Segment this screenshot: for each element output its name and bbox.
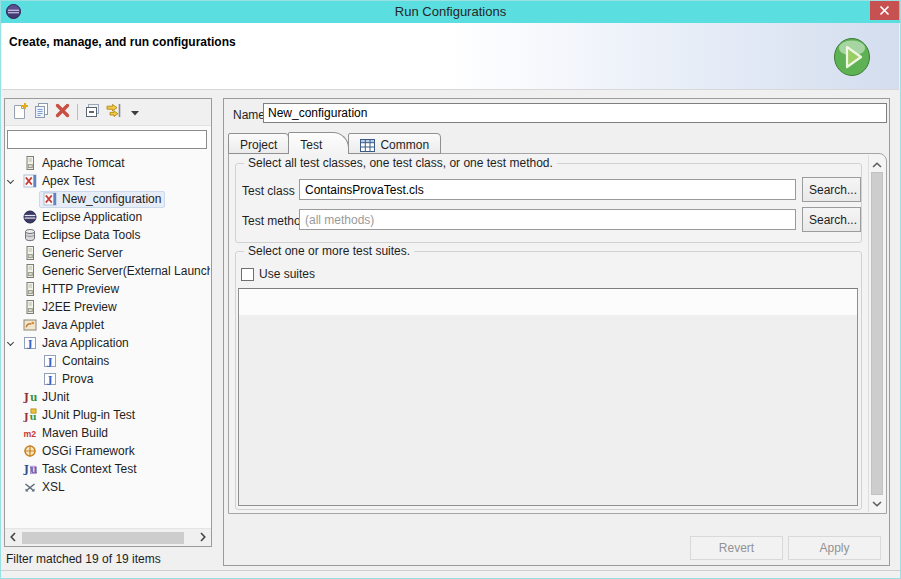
test-class-input[interactable] — [299, 179, 796, 200]
junit-plugin-icon: Ju — [23, 408, 37, 422]
test-suites-group-title: Select one or more test suites. — [244, 244, 414, 259]
test-method-input[interactable] — [299, 209, 796, 230]
tree-item-eclipse-application[interactable]: Eclipse Application — [5, 208, 210, 226]
tree-item-content: JProva — [39, 371, 97, 388]
tree-item-content: XSL — [19, 479, 69, 496]
scroll-down-button[interactable] — [869, 495, 885, 511]
scrollbar-thumb[interactable] — [871, 172, 883, 495]
tree-item-label: Generic Server — [42, 246, 123, 260]
new-launch-config-button[interactable] — [10, 102, 31, 123]
configuration-name-input[interactable] — [263, 103, 887, 123]
tree-item-label: Java Applet — [42, 318, 104, 332]
osgi-icon — [23, 444, 37, 458]
task-context-icon: Ju — [23, 462, 37, 476]
chevron-up-icon — [872, 157, 882, 171]
tree-item-junit-plug-in-test[interactable]: JuJUnit Plug-in Test — [5, 406, 210, 424]
tree-item-label: Task Context Test — [42, 462, 137, 476]
scroll-up-button[interactable] — [869, 156, 885, 172]
tree-item-maven-build[interactable]: m2Maven Build — [5, 424, 210, 442]
toolbar-separator — [77, 104, 78, 120]
tree-item-new-configuration[interactable]: New_configuration — [5, 190, 210, 208]
tree-item-java-application[interactable]: JJava Application — [5, 334, 210, 352]
filter-icon — [105, 102, 123, 122]
tree-item-label: J2EE Preview — [42, 300, 117, 314]
tree-item-content: Eclipse Data Tools — [19, 227, 145, 244]
server-icon — [23, 246, 37, 260]
test-class-search-button[interactable]: Search... — [802, 177, 861, 202]
dialog-banner: Create, manage, and run configurations — [2, 23, 899, 90]
delete-button[interactable] — [52, 102, 73, 123]
test-class-group-title: Select all test classes, one test class,… — [244, 156, 557, 171]
close-button[interactable] — [870, 1, 899, 20]
tree-item-content: JuJUnit — [19, 389, 73, 406]
scrollbar-thumb[interactable] — [22, 532, 184, 544]
tree-item-content: m2Maven Build — [19, 425, 112, 442]
banner-heading: Create, manage, and run configurations — [9, 35, 236, 49]
menu-dropdown-button[interactable] — [124, 102, 145, 123]
expand-toggle-icon[interactable] — [7, 177, 14, 184]
tree-item-label: OSGi Framework — [42, 444, 135, 458]
tree-item-apache-tomcat[interactable]: Apache Tomcat — [5, 154, 210, 172]
svg-text:u: u — [30, 463, 37, 475]
tree-item-content: Generic Server(External Launch) — [19, 263, 210, 280]
tree-item-content: Eclipse Application — [19, 209, 146, 226]
test-method-label: Test method — [242, 214, 307, 228]
scroll-left-button[interactable] — [5, 529, 21, 546]
svg-text:J: J — [47, 374, 53, 385]
content-vertical-scrollbar[interactable] — [868, 155, 885, 512]
tree-item-content: JContains — [39, 353, 113, 370]
tree-item-task-context-test[interactable]: JuTask Context Test — [5, 460, 210, 478]
tree-item-java-applet[interactable]: Java Applet — [5, 316, 210, 334]
expand-toggle-icon[interactable] — [7, 339, 14, 346]
tree-item-apex-test[interactable]: Apex Test — [5, 172, 210, 190]
tree-item-label: Apache Tomcat — [42, 156, 125, 170]
tree-item-contains[interactable]: JContains — [5, 352, 210, 370]
tab-test[interactable]: Test — [288, 132, 349, 154]
duplicate-button[interactable] — [31, 102, 52, 123]
revert-button[interactable]: Revert — [690, 536, 783, 560]
tree-item-content: New_configuration — [39, 191, 165, 208]
apex-test-icon — [23, 174, 37, 188]
tree-item-generic-server[interactable]: Generic Server — [5, 244, 210, 262]
java-applet-icon — [23, 318, 37, 332]
test-suites-list[interactable] — [238, 288, 858, 506]
junit-icon: Ju — [23, 390, 37, 404]
filter-button[interactable] — [103, 102, 124, 123]
svg-text:J: J — [23, 463, 29, 475]
collapse-all-button[interactable] — [82, 102, 103, 123]
apply-button[interactable]: Apply — [788, 536, 881, 560]
tree-item-prova[interactable]: JProva — [5, 370, 210, 388]
tree-item-junit[interactable]: JuJUnit — [5, 388, 210, 406]
tab-bar: Project Test Common — [228, 132, 440, 154]
tree-item-eclipse-data-tools[interactable]: Eclipse Data Tools — [5, 226, 210, 244]
tree-item-http-preview[interactable]: HTTP Preview — [5, 280, 210, 298]
tree-item-generic-server-external-launch-[interactable]: Generic Server(External Launch) — [5, 262, 210, 280]
chevron-left-icon — [10, 531, 16, 545]
tree-item-label: Eclipse Application — [42, 210, 142, 224]
test-class-label: Test class — [242, 184, 295, 198]
window-frame-bottom — [1, 571, 900, 578]
test-method-search-button[interactable]: Search... — [802, 207, 861, 232]
scroll-right-button[interactable] — [195, 529, 211, 546]
tab-project[interactable]: Project — [228, 133, 289, 154]
tree-item-osgi-framework[interactable]: OSGi Framework — [5, 442, 210, 460]
tree-item-j2ee-preview[interactable]: J2EE Preview — [5, 298, 210, 316]
java-app-icon: J — [43, 354, 57, 368]
filter-input[interactable] — [7, 130, 207, 149]
use-suites-checkbox[interactable] — [241, 268, 254, 281]
tree-horizontal-scrollbar[interactable] — [5, 528, 211, 546]
server-icon — [23, 282, 37, 296]
tab-test-label: Test — [300, 138, 322, 152]
svg-text:m2: m2 — [23, 429, 36, 439]
titlebar[interactable]: Run Configurations — [1, 1, 900, 23]
close-icon — [879, 5, 890, 16]
apex-test-icon — [43, 192, 57, 206]
new-launch-config-icon — [12, 102, 29, 122]
tree-item-label: Contains — [62, 354, 109, 368]
tab-common[interactable]: Common — [348, 133, 441, 154]
tree-item-content: Generic Server — [19, 245, 127, 262]
tree-item-xsl[interactable]: XSL — [5, 478, 210, 496]
dialog-buttons: Revert Apply — [690, 536, 881, 560]
tree-item-label: JUnit — [42, 390, 69, 404]
svg-text:J: J — [27, 338, 33, 349]
